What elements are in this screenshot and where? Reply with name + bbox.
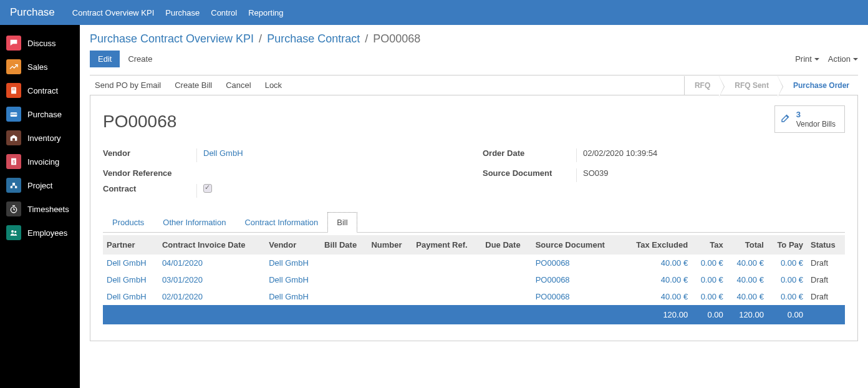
- print-label: Print: [795, 54, 812, 64]
- sidebar-item-discuss[interactable]: Discuss: [0, 31, 80, 55]
- svg-rect-5: [12, 138, 15, 141]
- table-row[interactable]: Dell GmbH04/01/2020Dell GmbHPO0006840.00…: [103, 255, 845, 271]
- col-payment-ref[interactable]: Payment Ref.: [412, 235, 481, 255]
- sidebar-item-invoicing[interactable]: $ Invoicing: [0, 150, 80, 173]
- col-number[interactable]: Number: [367, 235, 412, 255]
- tab-other-information[interactable]: Other Information: [153, 212, 235, 233]
- cell-tax[interactable]: 0.00 €: [692, 255, 727, 271]
- sidebar-item-inventory[interactable]: Inventory: [0, 126, 80, 150]
- vendor-bills-stat[interactable]: 3 Vendor Bills: [774, 105, 845, 133]
- table-row[interactable]: Dell GmbH02/01/2020Dell GmbHPO0006840.00…: [103, 288, 845, 305]
- col-tax-excluded[interactable]: Tax Excluded: [622, 235, 692, 255]
- action-dropdown[interactable]: Action: [828, 54, 858, 64]
- lock-button[interactable]: Lock: [265, 80, 282, 90]
- breadcrumb-link[interactable]: Purchase Contract Overview KPI: [90, 32, 254, 46]
- cell-due-date: [481, 255, 531, 271]
- tabs: Products Other Information Contract Info…: [103, 212, 845, 233]
- create-button[interactable]: Create: [120, 51, 160, 67]
- tab-products[interactable]: Products: [103, 212, 153, 233]
- app-title[interactable]: Purchase: [10, 6, 55, 19]
- sidebar-item-contract[interactable]: Contract: [0, 79, 80, 102]
- cell-partner[interactable]: Dell GmbH: [103, 271, 158, 288]
- topbar-menu-reporting[interactable]: Reporting: [248, 8, 283, 17]
- cell-source[interactable]: PO00068: [532, 288, 622, 305]
- topbar-menu-control[interactable]: Control: [211, 8, 237, 17]
- project-icon: [6, 178, 21, 193]
- sidebar-item-project[interactable]: Project: [0, 173, 80, 197]
- cell-source[interactable]: PO00068: [532, 255, 622, 271]
- col-tax[interactable]: Tax: [692, 235, 727, 255]
- total-to-pay: 0.00: [768, 305, 807, 324]
- vendor-value[interactable]: Dell GmbH: [196, 148, 465, 162]
- print-dropdown[interactable]: Print: [795, 54, 819, 64]
- cell-partner[interactable]: Dell GmbH: [103, 288, 158, 305]
- order-date-value: 02/02/2020 10:39:54: [576, 148, 845, 162]
- total-tax-excluded: 120.00: [622, 305, 692, 324]
- sidebar-item-sales[interactable]: Sales: [0, 55, 80, 79]
- stat-count: 3: [796, 110, 836, 120]
- breadcrumb-link[interactable]: Purchase Contract: [267, 32, 360, 46]
- col-partner[interactable]: Partner: [103, 235, 158, 255]
- breadcrumb-sep: /: [259, 32, 262, 46]
- cell-tax[interactable]: 0.00 €: [692, 271, 727, 288]
- col-to-pay[interactable]: To Pay: [768, 235, 807, 255]
- breadcrumb-sep: /: [365, 32, 368, 46]
- cell-tax-excluded[interactable]: 40.00 €: [622, 288, 692, 305]
- sidebar: Discuss Sales Contract Purchase Inventor…: [0, 25, 80, 388]
- cell-bill-date: [321, 271, 367, 288]
- sidebar-item-purchase[interactable]: Purchase: [0, 102, 80, 126]
- status-rfq[interactable]: RFQ: [684, 76, 719, 95]
- cell-to-pay[interactable]: 0.00 €: [768, 255, 807, 271]
- cell-total[interactable]: 40.00 €: [727, 255, 768, 271]
- sidebar-item-timesheets[interactable]: Timesheets: [0, 197, 80, 221]
- breadcrumb: Purchase Contract Overview KPI / Purchas…: [90, 32, 858, 46]
- cell-payment-ref: [412, 271, 481, 288]
- col-due-date[interactable]: Due Date: [481, 235, 531, 255]
- total-total: 120.00: [727, 305, 768, 324]
- topbar-menu-contract-overview-kpi[interactable]: Contract Overview KPI: [72, 8, 155, 17]
- tab-contract-information[interactable]: Contract Information: [235, 212, 327, 233]
- sidebar-item-label: Inventory: [27, 133, 60, 143]
- cell-invoice-date[interactable]: 04/01/2020: [158, 255, 265, 271]
- sidebar-item-label: Discuss: [27, 39, 56, 48]
- col-status[interactable]: Status: [807, 235, 845, 255]
- cancel-button[interactable]: Cancel: [226, 80, 251, 90]
- col-invoice-date[interactable]: Contract Invoice Date: [158, 235, 265, 255]
- status-rfq-sent[interactable]: RFQ Sent: [719, 76, 778, 95]
- cell-source[interactable]: PO00068: [532, 271, 622, 288]
- vendor-reference-label: Vendor Reference: [103, 168, 196, 178]
- send-po-button[interactable]: Send PO by Email: [95, 80, 161, 90]
- cell-invoice-date[interactable]: 02/01/2020: [158, 288, 265, 305]
- svg-line-11: [11, 185, 14, 186]
- cell-vendor[interactable]: Dell GmbH: [265, 288, 321, 305]
- contract-icon: [6, 83, 21, 98]
- contract-checkbox[interactable]: [196, 184, 465, 198]
- create-bill-button[interactable]: Create Bill: [175, 80, 212, 90]
- cell-tax-excluded[interactable]: 40.00 €: [622, 255, 692, 271]
- col-bill-date[interactable]: Bill Date: [321, 235, 367, 255]
- cell-tax[interactable]: 0.00 €: [692, 288, 727, 305]
- cell-invoice-date[interactable]: 03/01/2020: [158, 271, 265, 288]
- edit-button[interactable]: Edit: [90, 51, 120, 67]
- cell-to-pay[interactable]: 0.00 €: [768, 271, 807, 288]
- caret-down-icon: [814, 58, 819, 61]
- cell-total[interactable]: 40.00 €: [727, 288, 768, 305]
- cell-tax-excluded[interactable]: 40.00 €: [622, 271, 692, 288]
- tab-bill[interactable]: Bill: [327, 212, 357, 233]
- cell-vendor[interactable]: Dell GmbH: [265, 271, 321, 288]
- control-row: Edit Create Print Action: [90, 51, 858, 67]
- col-source[interactable]: Source Document: [532, 235, 622, 255]
- col-vendor[interactable]: Vendor: [265, 235, 321, 255]
- cell-total[interactable]: 40.00 €: [727, 271, 768, 288]
- sidebar-item-label: Project: [27, 181, 52, 190]
- cell-vendor[interactable]: Dell GmbH: [265, 255, 321, 271]
- cell-to-pay[interactable]: 0.00 €: [768, 288, 807, 305]
- topbar-menu-purchase[interactable]: Purchase: [165, 8, 200, 17]
- cell-partner[interactable]: Dell GmbH: [103, 255, 158, 271]
- table-row[interactable]: Dell GmbH03/01/2020Dell GmbHPO0006840.00…: [103, 271, 845, 288]
- status-purchase-order[interactable]: Purchase Order: [778, 76, 858, 95]
- col-total[interactable]: Total: [727, 235, 768, 255]
- sidebar-item-employees[interactable]: Employees: [0, 221, 80, 245]
- action-bar: Send PO by Email Create Bill Cancel Lock…: [90, 75, 858, 95]
- svg-rect-2: [12, 90, 15, 90]
